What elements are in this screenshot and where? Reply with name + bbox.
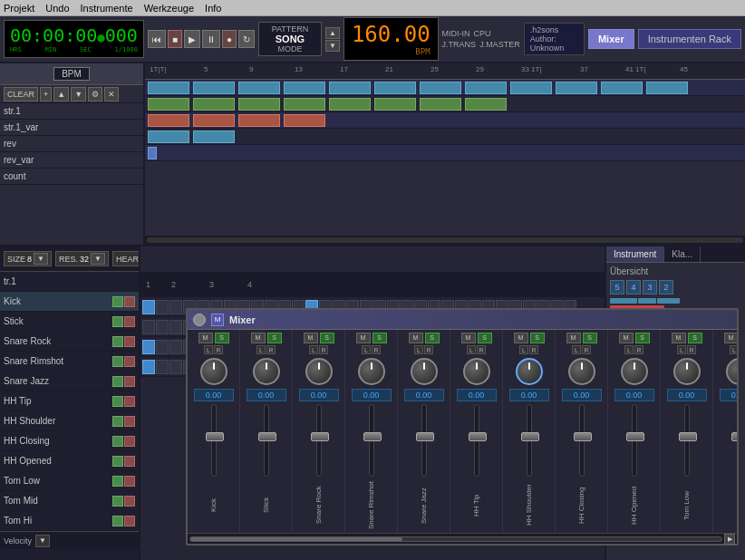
ch-knob-kick[interactable]: [200, 358, 227, 385]
beat-track-row-4[interactable]: Snare Rimshot: [0, 352, 139, 372]
block-0-5[interactable]: [374, 82, 416, 94]
block-1-4[interactable]: [329, 98, 371, 111]
beat-sj-2[interactable]: [156, 320, 169, 334]
block-0-4[interactable]: [329, 82, 371, 94]
rewind-button[interactable]: ⏮: [148, 30, 166, 48]
fader-handle-hhshoulder[interactable]: [521, 432, 539, 441]
beat-track-row-10[interactable]: Tom Low: [0, 471, 139, 491]
fader-handle-tomlow[interactable]: [679, 432, 697, 441]
beat-solo-11[interactable]: [124, 496, 135, 507]
ch-solo-snarejazz[interactable]: S: [425, 333, 440, 343]
block-0-8[interactable]: [510, 82, 552, 94]
beat-track-row-7[interactable]: HH Shoulder: [0, 411, 139, 431]
ch-mute-kick[interactable]: M: [198, 333, 213, 343]
beat-track-row-5[interactable]: Snare Jazz: [0, 372, 139, 391]
block-1-5[interactable]: [374, 98, 416, 111]
ch-mute-hhshoulder[interactable]: M: [514, 333, 528, 343]
block-2-3[interactable]: [284, 114, 325, 127]
beat-mute-12[interactable]: [112, 516, 123, 526]
beat-solo-7[interactable]: [124, 416, 135, 427]
beat-solo-2[interactable]: [124, 316, 135, 327]
sequencer-scrollbar[interactable]: [145, 236, 745, 245]
mixer-scroll-right[interactable]: ▶: [724, 534, 735, 545]
ch-solo-kick[interactable]: S: [215, 333, 229, 343]
ch-mute-hhclosing[interactable]: M: [566, 333, 581, 343]
beat-ho-2[interactable]: [156, 360, 169, 374]
beat-mute-10[interactable]: [112, 476, 123, 487]
mixer-scrollbar-track[interactable]: [189, 536, 722, 542]
beat-track-row-8[interactable]: HH Closing: [0, 431, 139, 451]
beat-solo-9[interactable]: [124, 456, 135, 467]
beat-solo-8[interactable]: [124, 436, 135, 447]
mixer-button[interactable]: Mixer: [588, 29, 634, 49]
beat-ht-1[interactable]: [142, 340, 155, 354]
menu-projekt[interactable]: Projekt: [4, 3, 34, 14]
beat-solo-10[interactable]: [124, 476, 135, 487]
block-1-7[interactable]: [465, 98, 507, 111]
beat-solo-3[interactable]: [124, 336, 135, 347]
ch-solo-hhtip[interactable]: S: [478, 333, 492, 343]
fader-handle-snarejazz[interactable]: [416, 432, 434, 441]
fader-handle-hhtip[interactable]: [469, 432, 487, 441]
beat-solo-12[interactable]: [124, 516, 135, 526]
mixer-close-button[interactable]: [193, 314, 206, 326]
beat-mute-7[interactable]: [112, 416, 123, 427]
ch-solo-tomlow[interactable]: S: [688, 333, 702, 343]
block-0-7[interactable]: [465, 82, 507, 94]
ch-solo-stick[interactable]: S: [267, 333, 282, 343]
ch-knob-hhtip[interactable]: [463, 358, 490, 385]
settings-button[interactable]: ⚙: [88, 87, 102, 101]
beat-track-row-1[interactable]: Kick: [0, 292, 139, 312]
beat-mute-6[interactable]: [112, 396, 123, 407]
beat-track-row-12[interactable]: Tom Hi: [0, 511, 139, 531]
beat-ht-2[interactable]: [156, 340, 169, 354]
res-down[interactable]: ▼: [91, 253, 105, 265]
pattern-row-3[interactable]: [145, 129, 745, 145]
block-1-3[interactable]: [284, 98, 325, 111]
play-button[interactable]: ▶: [184, 30, 200, 48]
ch-solo-snarerock[interactable]: S: [320, 333, 334, 343]
tab-instrument[interactable]: Instrument: [606, 246, 664, 262]
fader-handle-hhopened[interactable]: [626, 432, 644, 441]
block-1-2[interactable]: [238, 98, 280, 111]
ch-knob-hhshoulder[interactable]: [516, 358, 543, 385]
block-0-0[interactable]: [148, 82, 189, 94]
ch-knob-snarerock[interactable]: [305, 358, 333, 385]
beat-track-row-6[interactable]: HH Tip: [0, 391, 139, 411]
ch-knob-tommid[interactable]: [726, 358, 738, 385]
beat-kick-3[interactable]: [169, 300, 182, 314]
fader-handle-stick[interactable]: [258, 432, 276, 441]
block-0-2[interactable]: [238, 82, 280, 94]
mixer-scrollbar-thumb[interactable]: [190, 537, 402, 541]
ch-mute-snarejazz[interactable]: M: [409, 333, 423, 343]
ch-mute-snarerimshot[interactable]: M: [356, 333, 371, 343]
beat-mute-8[interactable]: [112, 436, 123, 447]
block-0-10[interactable]: [601, 82, 643, 94]
scrollbar-track[interactable]: [147, 237, 743, 243]
beat-track-row-2[interactable]: Stick: [0, 312, 139, 332]
ch-knob-snarejazz[interactable]: [411, 358, 438, 385]
block-1-1[interactable]: [193, 98, 235, 111]
block-0-1[interactable]: [193, 82, 235, 94]
fader-handle-kick[interactable]: [206, 432, 224, 441]
fader-handle-snarerimshot[interactable]: [363, 432, 382, 441]
beat-sj-1[interactable]: [142, 320, 155, 334]
menu-instrumente[interactable]: Instrumente: [81, 3, 133, 14]
ch-knob-snarerimshot[interactable]: [358, 358, 385, 385]
beat-solo-6[interactable]: [124, 396, 135, 407]
seq-track-3[interactable]: rev_var: [0, 152, 143, 169]
ch-solo-snarerimshot[interactable]: S: [372, 333, 387, 343]
beat-sj-3[interactable]: [169, 320, 182, 334]
block-3-0[interactable]: [148, 130, 189, 143]
beat-mute-5[interactable]: [112, 376, 123, 387]
ch-solo-hhopened[interactable]: S: [635, 333, 650, 343]
block-0-3[interactable]: [284, 82, 325, 94]
ch-knob-stick[interactable]: [253, 358, 280, 385]
mixer-scrollbar[interactable]: ▶: [188, 533, 737, 544]
add-button[interactable]: +: [40, 87, 52, 101]
beat-track-row-11[interactable]: Tom Mid: [0, 491, 139, 511]
block-3-1[interactable]: [193, 130, 235, 143]
stop-button[interactable]: ■: [168, 30, 182, 48]
ch-mute-hhtip[interactable]: M: [461, 333, 476, 343]
beat-mute-9[interactable]: [112, 456, 123, 467]
